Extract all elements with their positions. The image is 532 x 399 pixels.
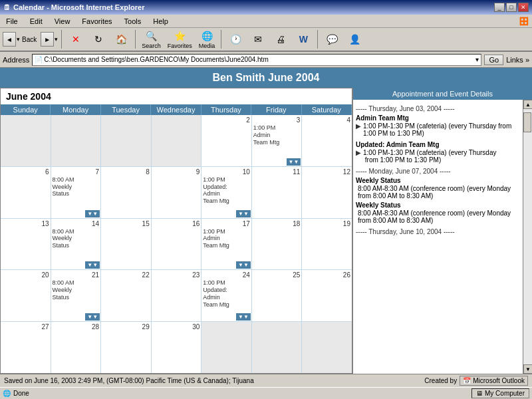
calendar-grid: 2 3 1:00 PMAdminTeam Mtg ▼▼ 4 6	[1, 115, 352, 373]
details-event-title-weekly2: Weekly Status	[356, 201, 520, 209]
address-input-container[interactable]: 📄 C:\Documents and Settings\ben.GARDENCO…	[32, 54, 481, 66]
day-header-monday: Monday	[51, 104, 100, 115]
done-label: Done	[13, 390, 29, 397]
scroll-indicator-jun14[interactable]: ▼▼	[85, 261, 100, 269]
home-button[interactable]: 🏠	[110, 31, 132, 47]
cal-cell-w1-mon[interactable]	[51, 115, 101, 166]
address-input[interactable]: C:\Documents and Settings\ben.GARDENCO\M…	[44, 56, 474, 63]
address-dropdown-icon[interactable]: ▾	[475, 56, 479, 63]
media-button[interactable]: 🌐 Media	[196, 28, 218, 51]
cal-cell-jun25[interactable]: 25	[252, 270, 302, 321]
cal-cell-jun27[interactable]: 27	[1, 322, 51, 373]
details-scrollbar[interactable]: ▲ ▼	[523, 100, 532, 374]
links-button[interactable]: Links »	[506, 56, 529, 64]
cal-cell-jun6[interactable]: 6	[1, 167, 51, 218]
details-arrow-2: ▶	[356, 149, 361, 156]
menu-help[interactable]: Help	[150, 17, 171, 26]
cal-cell-w5-fri[interactable]	[252, 322, 302, 373]
scroll-indicator-jun21[interactable]: ▼▼	[85, 313, 100, 321]
discuss-button[interactable]: 💬	[321, 31, 342, 47]
maximize-button[interactable]: □	[506, 3, 517, 12]
status-saved-text: Saved on June 16, 2003 2:49 PM, (GMT-08:…	[4, 377, 254, 384]
messenger-button[interactable]: 👤	[344, 31, 365, 47]
cal-cell-w1-wed[interactable]	[152, 115, 201, 166]
cell-date-jun22: 22	[102, 271, 150, 279]
cal-cell-jun22[interactable]: 22	[101, 270, 151, 321]
cell-date-jun13: 13	[2, 220, 49, 227]
cell-date-jun7: 7	[53, 168, 100, 176]
cal-cell-jun3[interactable]: 3 1:00 PMAdminTeam Mtg ▼▼	[252, 115, 302, 166]
details-arrow-1: ▶	[356, 122, 361, 130]
cell-event-jun7: 8:00 AMWeeklyStatus	[53, 176, 100, 198]
cal-cell-jun17[interactable]: 17 1:00 PMAdminTeam Mtg ▼▼	[201, 219, 251, 270]
cal-cell-w5-thu[interactable]	[201, 322, 251, 373]
menu-favorites[interactable]: Favorites	[79, 17, 114, 26]
details-content[interactable]: ----- Thursday, June 03, 2004 ----- Admi…	[353, 100, 523, 374]
cal-cell-jun7[interactable]: 7 8:00 AMWeeklyStatus ▼▼	[51, 167, 101, 218]
go-button[interactable]: Go	[484, 55, 503, 65]
favorites-button[interactable]: ⭐ Favorites	[165, 28, 195, 51]
details-event-time-weekly1: 8:00 AM-8:30 AM (conference room) (every…	[356, 185, 520, 200]
cal-cell-w5-sat[interactable]	[302, 322, 352, 373]
cal-cell-jun21[interactable]: 21 8:00 AMWeeklyStatus ▼▼	[51, 270, 101, 321]
stop-button[interactable]: ✕	[65, 31, 86, 47]
word-button[interactable]: W	[293, 31, 314, 47]
scrollbar-track[interactable]	[523, 109, 532, 364]
scrollbar-down-button[interactable]: ▼	[523, 364, 532, 374]
cal-cell-w1-sun[interactable]	[1, 115, 51, 166]
menu-edit[interactable]: Edit	[27, 17, 45, 26]
cal-cell-jun20[interactable]: 20	[1, 270, 51, 321]
cal-cell-jun10[interactable]: 10 1:00 PMUpdated:AdminTeam Mtg ▼▼	[201, 167, 251, 218]
back-button[interactable]: ◄	[3, 32, 16, 47]
back-nav[interactable]: ◄ ▾ Back	[3, 32, 38, 47]
forward-nav[interactable]: ► ▾	[41, 32, 58, 47]
created-by-label: Created by	[424, 377, 457, 384]
cal-cell-w1-tue[interactable]	[101, 115, 151, 166]
cal-cell-jun29[interactable]: 29	[101, 322, 151, 373]
scroll-indicator-jun24[interactable]: ▼▼	[236, 313, 251, 321]
cal-cell-jun2[interactable]: 2	[201, 115, 251, 166]
close-button[interactable]: ✕	[518, 3, 529, 12]
cal-cell-jun30[interactable]: 30	[152, 322, 201, 373]
cal-cell-jun18[interactable]: 18	[252, 219, 302, 270]
cal-cell-jun8[interactable]: 8	[101, 167, 151, 218]
menu-file[interactable]: File	[3, 17, 21, 26]
cal-cell-jun9[interactable]: 9	[152, 167, 201, 218]
forward-button[interactable]: ►	[41, 32, 54, 47]
scroll-indicator-jun3[interactable]: ▼▼	[287, 158, 301, 166]
search-button[interactable]: 🔍 Search	[139, 28, 164, 51]
cal-cell-jun28[interactable]: 28	[51, 322, 101, 373]
cal-cell-jun4[interactable]: 4	[302, 115, 352, 166]
day-header-saturday: Saturday	[302, 104, 352, 115]
cal-cell-jun14[interactable]: 14 8:00 AMWeeklyStatus ▼▼	[51, 219, 101, 270]
cal-cell-jun15[interactable]: 15	[101, 219, 151, 270]
cell-date-jun26: 26	[303, 271, 350, 279]
toolbar-sep-3	[221, 30, 221, 49]
cal-cell-jun11[interactable]: 11	[252, 167, 302, 218]
scroll-indicator-jun10[interactable]: ▼▼	[236, 210, 251, 217]
menu-view[interactable]: View	[52, 17, 73, 26]
cal-cell-jun19[interactable]: 19	[302, 219, 352, 270]
history-button[interactable]: 🕐	[225, 31, 246, 47]
menu-tools[interactable]: Tools	[122, 17, 144, 26]
print-button[interactable]: 🖨	[270, 31, 291, 47]
scrollbar-thumb[interactable]	[523, 112, 531, 132]
cal-cell-jun12[interactable]: 12	[302, 167, 352, 218]
cell-date-jun10: 10	[203, 168, 250, 176]
mail-button[interactable]: ✉	[247, 31, 269, 47]
details-event-title-admin1: Admin Team Mtg	[356, 114, 520, 122]
cal-cell-jun23[interactable]: 23	[152, 270, 201, 321]
cal-cell-jun13[interactable]: 13	[1, 219, 51, 270]
refresh-button[interactable]: ↻	[88, 31, 109, 47]
cal-cell-jun26[interactable]: 26	[302, 270, 352, 321]
minimize-button[interactable]: _	[494, 3, 505, 12]
cal-cell-jun16[interactable]: 16	[152, 219, 201, 270]
back-dropdown[interactable]: ▾	[17, 36, 20, 43]
title-bar-buttons[interactable]: _ □ ✕	[494, 3, 529, 12]
forward-dropdown[interactable]: ▾	[55, 36, 58, 43]
scroll-indicator-jun17[interactable]: ▼▼	[236, 261, 251, 269]
scroll-indicator-jun7[interactable]: ▼▼	[85, 210, 100, 217]
cal-cell-jun24[interactable]: 24 1:00 PMUpdated:AdminTeam Mtg ▼▼	[201, 270, 251, 321]
calendar-container: June 2004 Sunday Monday Tuesday Wednesda…	[0, 88, 532, 374]
scrollbar-up-button[interactable]: ▲	[523, 100, 532, 109]
